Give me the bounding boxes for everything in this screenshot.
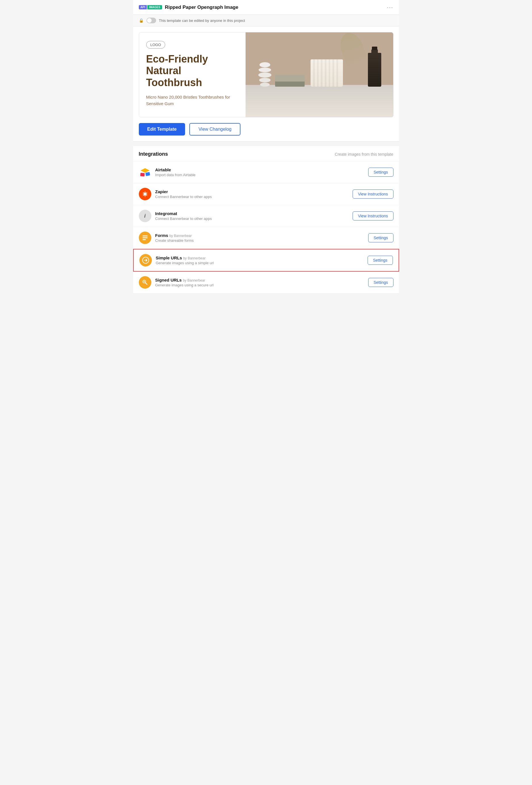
preview-section: LOGO Eco-Friendly Natural Toothbrush Mic…: [133, 26, 399, 142]
airtable-icon: [139, 166, 151, 178]
integromat-info: Integromat Connect Bannerbear to other a…: [155, 211, 212, 221]
forms-desc: Create shareable forms: [155, 238, 194, 243]
svg-rect-4: [142, 237, 148, 238]
preview-heading: Eco-Friendly Natural Toothbrush: [146, 53, 239, 88]
simpleurls-icon: [139, 254, 152, 267]
forms-by: by Bannerbear: [169, 234, 192, 238]
forms-icon: [139, 232, 151, 244]
page-title: Ripped Paper Opengraph Image: [165, 4, 238, 10]
svg-rect-1: [145, 172, 150, 176]
integration-row-integromat: i Integromat Connect Bannerbear to other…: [133, 205, 399, 227]
integration-row-simpleurls: Simple URLs by Bannerbear Generate image…: [133, 249, 399, 272]
lock-icon: 🔒: [139, 18, 144, 23]
signedurls-desc: Generate images using a secure url: [155, 283, 214, 287]
photo-scene: [245, 32, 393, 117]
integrations-subtitle: Create images from this template: [335, 152, 393, 156]
edit-template-button[interactable]: Edit Template: [139, 123, 185, 135]
svg-marker-0: [140, 168, 150, 173]
integrations-section: Integrations Create images from this tem…: [133, 146, 399, 294]
signedurls-name: Signed URLs by Bannerbear: [155, 278, 214, 282]
more-options-button[interactable]: ···: [387, 4, 394, 10]
integration-row-zapier: Zapier Connect Bannerbear to other apps …: [133, 183, 399, 205]
forms-settings-button[interactable]: Settings: [368, 233, 394, 242]
simpleurls-by: by Bannerbear: [183, 256, 206, 260]
airtable-settings-button[interactable]: Settings: [368, 168, 394, 177]
badge-images: IMAGES: [147, 5, 162, 9]
zapier-name: Zapier: [155, 189, 212, 194]
integration-left-simpleurls: Simple URLs by Bannerbear Generate image…: [139, 254, 214, 267]
edit-toggle[interactable]: [147, 18, 156, 23]
integrations-header: Integrations Create images from this tem…: [133, 146, 399, 161]
brush-cup: [311, 59, 343, 86]
dark-bottle: [368, 53, 381, 87]
airtable-name: Airtable: [155, 167, 195, 172]
signedurls-info: Signed URLs by Bannerbear Generate image…: [155, 278, 214, 287]
integration-left-integromat: i Integromat Connect Bannerbear to other…: [139, 210, 212, 222]
preview-subtext: Micro Nano 20,000 Bristles Toothbrushes …: [146, 94, 239, 107]
forms-info: Forms by Bannerbear Create shareable for…: [155, 233, 194, 243]
preview-logo-badge: LOGO: [146, 41, 165, 49]
preview-left: LOGO Eco-Friendly Natural Toothbrush Mic…: [139, 32, 246, 117]
preview-right: [245, 32, 393, 117]
sub-header: 🔒 This template can be edited by anyone …: [133, 15, 399, 26]
simpleurls-info: Simple URLs by Bannerbear Generate image…: [156, 255, 214, 265]
integration-row-signedurls: Signed URLs by Bannerbear Generate image…: [133, 272, 399, 294]
signedurls-settings-button[interactable]: Settings: [368, 278, 394, 287]
integration-left-forms: Forms by Bannerbear Create shareable for…: [139, 232, 194, 244]
svg-rect-5: [142, 239, 146, 240]
vase: [256, 62, 274, 87]
svg-rect-3: [142, 235, 148, 236]
integration-left-signedurls: Signed URLs by Bannerbear Generate image…: [139, 276, 214, 289]
integration-row-airtable: Airtable Import data from Airtable Setti…: [133, 161, 399, 183]
integromat-name: Integromat: [155, 211, 212, 216]
simpleurls-desc: Generate images using a simple url: [156, 261, 214, 265]
svg-point-8: [144, 281, 145, 282]
integrations-title: Integrations: [139, 151, 168, 157]
header-left: API IMAGES Ripped Paper Opengraph Image: [139, 4, 238, 10]
integration-row-forms: Forms by Bannerbear Create shareable for…: [133, 227, 399, 249]
simpleurls-name: Simple URLs by Bannerbear: [156, 255, 214, 260]
action-buttons: Edit Template View Changelog: [139, 123, 394, 135]
signedurls-by: by Bannerbear: [183, 278, 205, 282]
signedurls-icon: [139, 276, 151, 289]
sub-header-text: This template can be edited by anyone in…: [159, 19, 245, 23]
zapier-icon: [139, 188, 151, 200]
zapier-view-instructions-button[interactable]: View Instructions: [352, 189, 394, 199]
integromat-icon: i: [139, 210, 151, 222]
integromat-view-instructions-button[interactable]: View Instructions: [352, 211, 394, 221]
airtable-info: Airtable Import data from Airtable: [155, 167, 195, 177]
preview-image-container: LOGO Eco-Friendly Natural Toothbrush Mic…: [139, 32, 394, 117]
zapier-info: Zapier Connect Bannerbear to other apps: [155, 189, 212, 199]
header: API IMAGES Ripped Paper Opengraph Image …: [133, 0, 399, 15]
integration-left-airtable: Airtable Import data from Airtable: [139, 166, 195, 178]
forms-name: Forms by Bannerbear: [155, 233, 194, 238]
view-changelog-button[interactable]: View Changelog: [189, 123, 240, 135]
simpleurls-settings-button[interactable]: Settings: [368, 256, 393, 265]
soap-bar-light: [275, 75, 304, 81]
airtable-desc: Import data from Airtable: [155, 173, 195, 177]
svg-rect-2: [140, 173, 144, 176]
zapier-desc: Connect Bannerbear to other apps: [155, 195, 212, 199]
integration-left-zapier: Zapier Connect Bannerbear to other apps: [139, 188, 212, 200]
integromat-desc: Connect Bannerbear to other apps: [155, 217, 212, 221]
badge-group: API IMAGES: [139, 5, 162, 9]
badge-api: API: [139, 5, 147, 9]
